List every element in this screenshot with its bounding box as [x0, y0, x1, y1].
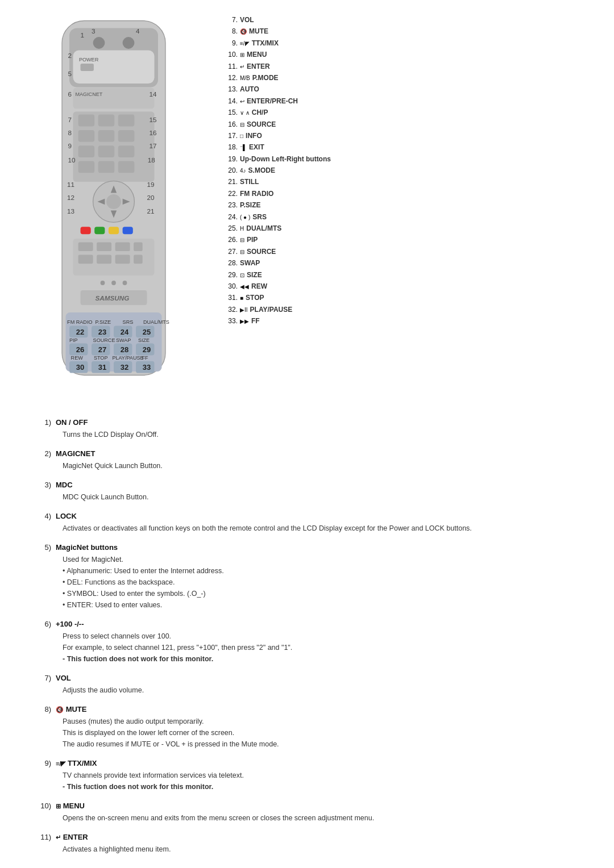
- svg-text:21: 21: [147, 207, 155, 215]
- svg-text:15: 15: [149, 116, 157, 123]
- svg-text:PIP: PIP: [69, 337, 78, 343]
- desc-body-8: Pauses (mutes) the audio output temporar…: [34, 716, 591, 750]
- svg-text:17: 17: [149, 142, 156, 149]
- svg-text:23: 23: [98, 328, 106, 336]
- svg-text:SWAP: SWAP: [116, 337, 131, 343]
- desc-body-11: Activates a highlighted menu item.: [34, 844, 591, 855]
- svg-text:SIZE: SIZE: [138, 337, 150, 343]
- desc-item-4: 4) LOCK Activates or deactivates all fun…: [34, 512, 591, 534]
- legend-item-14: 14. ↩ ENTER/PRE-CH: [222, 95, 591, 107]
- desc-item-10: 10) ⊞ MENU Opens the on-screen menu and …: [34, 802, 591, 824]
- svg-text:29: 29: [143, 345, 151, 354]
- svg-text:REW: REW: [71, 355, 84, 361]
- svg-rect-54: [78, 243, 93, 252]
- desc-title-10: ⊞ MENU: [56, 802, 85, 810]
- legend-item-7: 7. VOL: [222, 14, 591, 26]
- desc-num-10: 10): [34, 802, 51, 810]
- desc-title-2: MAGICNET: [56, 449, 95, 458]
- desc-body-4: Activates or deactivates all function ke…: [34, 523, 591, 534]
- svg-text:SOURCE: SOURCE: [93, 337, 115, 343]
- svg-text:7: 7: [68, 116, 72, 123]
- svg-point-3: [123, 37, 135, 49]
- svg-text:20: 20: [147, 194, 155, 201]
- legend-item-16: 16. ⊟ SOURCE: [222, 119, 591, 130]
- svg-rect-31: [78, 145, 95, 157]
- desc-body-10: Opens the on-screen menu and exits from …: [34, 812, 591, 824]
- legend-item-27: 27. ⊟ SOURCE: [222, 246, 591, 257]
- svg-text:PLAY/PAUSE: PLAY/PAUSE: [112, 355, 143, 361]
- svg-rect-59: [97, 255, 111, 264]
- remote-image: 1 3 4 2 POWER 5 MAGICNET 6 14 7 15 8 16 …: [23, 11, 205, 401]
- svg-text:1: 1: [81, 31, 85, 39]
- svg-text:STOP: STOP: [94, 355, 108, 361]
- desc-title-8: 🔇 MUTE: [56, 705, 86, 713]
- svg-text:30: 30: [76, 363, 84, 372]
- svg-point-64: [123, 281, 127, 285]
- desc-num-9: 9): [34, 759, 51, 767]
- svg-rect-58: [78, 255, 93, 264]
- svg-text:8: 8: [68, 129, 72, 136]
- desc-title-6: +100 -/--: [56, 620, 84, 628]
- desc-item-11: 11) ↵ ENTER Activates a highlighted menu…: [34, 833, 591, 855]
- desc-num-5: 5): [34, 543, 51, 552]
- desc-item-7: 7) VOL Adjusts the audio volume.: [34, 674, 591, 696]
- svg-text:33: 33: [143, 363, 151, 372]
- desc-item-3: 3) MDC MDC Quick Launch Button.: [34, 481, 591, 503]
- svg-rect-28: [78, 130, 95, 142]
- svg-text:27: 27: [98, 345, 106, 354]
- svg-text:18: 18: [148, 156, 155, 164]
- legend-item-13: 13. AUTO: [222, 84, 591, 95]
- desc-num-2: 2): [34, 449, 51, 458]
- svg-text:12: 12: [67, 194, 74, 201]
- svg-text:25: 25: [143, 328, 151, 336]
- svg-point-44: [106, 194, 121, 209]
- legend-item-18: 18. ⁻▌ EXIT: [222, 141, 591, 153]
- desc-title-7: VOL: [56, 674, 71, 682]
- desc-item-9: 9) ≡/◤ TTX/MIX TV channels provide text …: [34, 759, 591, 792]
- svg-rect-32: [98, 145, 115, 157]
- desc-num-3: 3): [34, 481, 51, 489]
- desc-body-2: MagicNet Quick Launch Button.: [34, 460, 591, 471]
- desc-num-7: 7): [34, 674, 51, 682]
- svg-text:31: 31: [98, 363, 106, 372]
- svg-rect-30: [118, 130, 135, 142]
- svg-rect-56: [115, 243, 130, 252]
- svg-point-2: [93, 37, 105, 49]
- svg-text:4: 4: [136, 27, 140, 35]
- svg-text:32: 32: [121, 363, 128, 372]
- legend-item-24: 24. ( ● ) SRS: [222, 211, 591, 223]
- svg-rect-35: [98, 161, 115, 173]
- desc-title-11: ↵ ENTER: [56, 833, 88, 841]
- svg-rect-29: [98, 130, 115, 142]
- legend-item-10: 10. ⊞ MENU: [222, 49, 591, 60]
- descriptions-section: 1) ON / OFF Turns the LCD Display On/Off…: [23, 418, 591, 855]
- svg-text:26: 26: [76, 345, 84, 354]
- desc-item-6: 6) +100 -/-- Press to select channels ov…: [34, 620, 591, 665]
- legend-item-29: 29. ⊡ SIZE: [222, 269, 591, 281]
- desc-body-9: TV channels provide text information ser…: [34, 770, 591, 792]
- legend-item-31: 31. ■ STOP: [222, 292, 591, 303]
- desc-num-6: 6): [34, 620, 51, 628]
- desc-body-7: Adjusts the audio volume.: [34, 685, 591, 696]
- svg-rect-10: [81, 64, 94, 71]
- desc-body-3: MDC Quick Launch Button.: [34, 491, 591, 503]
- svg-rect-52: [123, 227, 133, 234]
- legend-item-32: 32. ▶II PLAY/PAUSE: [222, 304, 591, 315]
- legend-item-23: 23. P.SIZE: [222, 199, 591, 211]
- svg-text:2: 2: [68, 52, 72, 59]
- svg-text:28: 28: [121, 345, 128, 354]
- svg-text:5: 5: [68, 70, 72, 77]
- legend-item-9: 9. ≡/◤ TTX/MIX: [222, 37, 591, 49]
- svg-rect-60: [115, 255, 130, 264]
- svg-rect-57: [134, 243, 143, 252]
- svg-text:POWER: POWER: [79, 57, 99, 62]
- desc-num-8: 8): [34, 705, 51, 713]
- svg-rect-26: [98, 115, 115, 127]
- legend-item-28: 28. SWAP: [222, 257, 591, 269]
- svg-text:P.SIZE: P.SIZE: [96, 319, 111, 325]
- svg-text:13: 13: [67, 207, 74, 215]
- desc-item-1: 1) ON / OFF Turns the LCD Display On/Off…: [34, 418, 591, 440]
- svg-text:19: 19: [147, 181, 155, 188]
- svg-rect-55: [97, 243, 111, 252]
- svg-rect-27: [118, 115, 135, 127]
